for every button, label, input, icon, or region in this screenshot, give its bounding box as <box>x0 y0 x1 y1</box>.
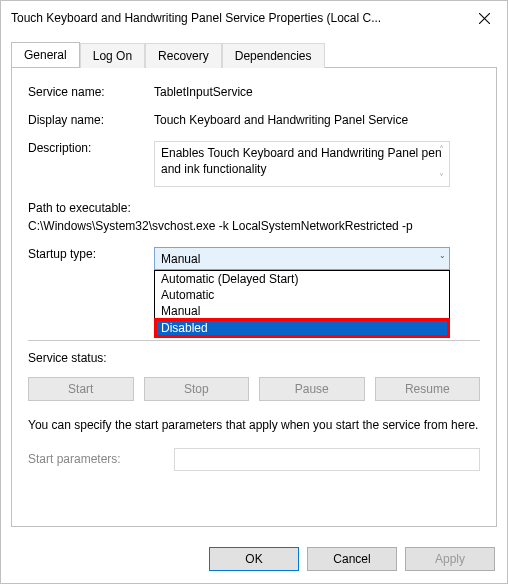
service-name-value: TabletInputService <box>154 85 480 99</box>
chevron-down-icon: ⌄ <box>439 251 446 260</box>
ok-button[interactable]: OK <box>209 547 299 571</box>
tab-row: General Log On Recovery Dependencies <box>11 42 497 68</box>
startup-type-dropdown: Automatic (Delayed Start) Automatic Manu… <box>154 270 450 338</box>
start-button[interactable]: Start <box>28 377 134 401</box>
service-name-label: Service name: <box>28 85 154 99</box>
window-title: Touch Keyboard and Handwriting Panel Ser… <box>11 11 463 25</box>
startup-option-manual[interactable]: Manual <box>155 303 449 319</box>
start-parameters-label: Start parameters: <box>28 452 174 466</box>
content-area: General Log On Recovery Dependencies Ser… <box>1 35 507 537</box>
startup-type-combobox[interactable]: Manual ⌄ <box>154 247 450 270</box>
description-label: Description: <box>28 141 154 187</box>
dialog-footer: OK Cancel Apply <box>1 537 507 583</box>
startup-type-selected: Manual <box>161 252 200 266</box>
cancel-button[interactable]: Cancel <box>307 547 397 571</box>
startup-option-automatic-delayed[interactable]: Automatic (Delayed Start) <box>155 271 449 287</box>
titlebar: Touch Keyboard and Handwriting Panel Ser… <box>1 1 507 35</box>
startup-option-automatic[interactable]: Automatic <box>155 287 449 303</box>
close-icon <box>479 13 490 24</box>
divider <box>28 340 480 341</box>
scroll-up-icon[interactable]: ˄ <box>435 145 447 155</box>
tab-recovery[interactable]: Recovery <box>145 43 222 68</box>
tab-panel-general: Service name: TabletInputService Display… <box>11 67 497 527</box>
pause-button[interactable]: Pause <box>259 377 365 401</box>
startup-type-label: Startup type: <box>28 247 154 270</box>
description-text: Enables Touch Keyboard and Handwriting P… <box>161 146 442 176</box>
tab-dependencies[interactable]: Dependencies <box>222 43 325 68</box>
description-box: Enables Touch Keyboard and Handwriting P… <box>154 141 450 187</box>
path-label: Path to executable: <box>28 201 480 215</box>
scroll-down-icon[interactable]: ˅ <box>435 173 447 183</box>
startup-option-disabled[interactable]: Disabled <box>154 318 450 338</box>
display-name-value: Touch Keyboard and Handwriting Panel Ser… <box>154 113 480 127</box>
service-properties-dialog: Touch Keyboard and Handwriting Panel Ser… <box>0 0 508 584</box>
start-parameters-input[interactable] <box>174 448 480 471</box>
service-status-label: Service status: <box>28 351 154 365</box>
resume-button[interactable]: Resume <box>375 377 481 401</box>
path-value: C:\Windows\System32\svchost.exe -k Local… <box>28 219 480 233</box>
tab-general[interactable]: General <box>11 42 80 67</box>
description-scrollbar[interactable]: ˄ ˅ <box>435 145 447 183</box>
close-button[interactable] <box>463 4 505 32</box>
tab-log-on[interactable]: Log On <box>80 43 145 68</box>
display-name-label: Display name: <box>28 113 154 127</box>
stop-button[interactable]: Stop <box>144 377 250 401</box>
apply-button[interactable]: Apply <box>405 547 495 571</box>
start-parameters-hint: You can specify the start parameters tha… <box>28 417 480 434</box>
